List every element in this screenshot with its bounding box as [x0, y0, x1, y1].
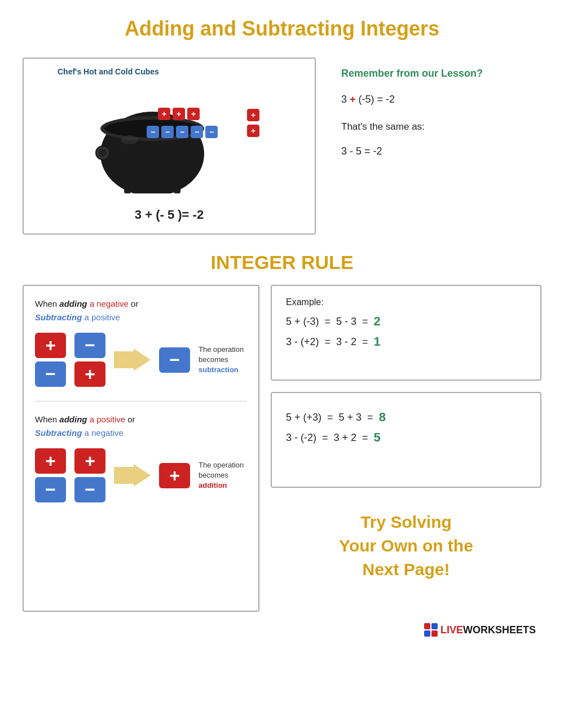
lesson-same-as: That's the same as: — [341, 117, 533, 136]
extra-hot-2: + — [247, 125, 259, 137]
example-label: Example: — [286, 297, 526, 307]
try-line1: Try Solving — [282, 510, 530, 534]
example1-eq1: 5 + (-3) = 5 - 3 = 2 — [286, 314, 526, 329]
cauldron-box: Chef's Hot and Cold Cubes + — [23, 58, 316, 235]
rule1-subtracting: Subtracting — [35, 312, 82, 322]
rule2-diagram: + − + − + The ope — [35, 448, 247, 502]
footer: LIVEWORKSHEETS — [23, 623, 541, 637]
rule1-plus-sign: + — [35, 333, 66, 358]
lw-block-blue2 — [424, 630, 430, 637]
lw-block-red2 — [431, 630, 438, 637]
lesson-plus: + — [350, 94, 356, 105]
rule1-signs-left: + − — [35, 333, 66, 387]
rule-right-panel: Example: 5 + (-3) = 5 - 3 = 2 3 - (+2) =… — [271, 285, 541, 612]
cauldron-svg — [90, 86, 214, 193]
rule2-adding: adding — [59, 414, 87, 424]
rule1-diagram-row1: + − − + − The ope — [35, 333, 247, 387]
ex1-eq2-result: 1 — [374, 334, 381, 349]
example1-eq2: 3 - (+2) = 3 - 2 = 1 — [286, 334, 526, 349]
rule1-result-sign: − — [159, 347, 190, 373]
lw-logo-text: LIVEWORKSHEETS — [440, 624, 536, 636]
rule1-adding: adding — [59, 299, 87, 308]
rule2-positive: a positive — [90, 414, 125, 424]
ex1-eq1-left: 5 + (-3) — [286, 316, 319, 328]
ex1-eq1-mid: 5 - 3 — [336, 316, 356, 328]
ex2-eq1-result: 8 — [379, 410, 386, 425]
rule2-signs-left: + − — [35, 448, 66, 502]
ex2-eq2-result: 5 — [374, 430, 381, 445]
ex2-eq1-mid: 5 + 3 — [339, 412, 362, 423]
ex2-eq2-left: 3 - (-2) — [286, 432, 316, 444]
rule2-plus2: + — [74, 448, 105, 474]
rule1-plus-sign2: + — [74, 361, 105, 387]
example2-eq2: 3 - (-2) = 3 + 2 = 5 — [286, 430, 526, 445]
lw-block-red1 — [424, 623, 430, 629]
rule1-arrow — [114, 348, 151, 371]
lw-logo-highlight: LIVE — [440, 624, 463, 636]
svg-point-7 — [121, 135, 138, 144]
rule2-arrow — [114, 464, 151, 487]
cold-cube-4: − — [191, 126, 203, 138]
rule1-minus-sign: − — [35, 361, 66, 387]
cauldron-label: Chef's Hot and Cold Cubes — [58, 67, 159, 76]
rule1-positive: a positive — [85, 312, 120, 322]
lw-block-blue1 — [431, 623, 438, 629]
rule2-plus1: + — [35, 448, 66, 474]
lesson-sub: - — [350, 145, 353, 157]
try-line2: Your Own on the — [282, 534, 530, 558]
rule1-minus-sign2: − — [74, 333, 105, 358]
try-solving-box: Try Solving Your Own on the Next Page! — [271, 499, 541, 593]
lesson-box: Remember from our Lesson? 3 + (-5) = -2 … — [333, 58, 541, 167]
hot-cube-2: + — [173, 108, 185, 120]
example2-eq1: 5 + (+3) = 5 + 3 = 8 — [286, 410, 526, 425]
hot-cube-1: + — [158, 108, 170, 120]
extra-hot-1: + — [247, 109, 259, 121]
rule1-subsection: When adding a negative or Subtracting a … — [35, 297, 247, 387]
rule2-subtracting: Subtracting — [35, 428, 82, 438]
lesson-eq2: 3 - 5 = -2 — [341, 141, 533, 161]
integer-rule-title: INTEGER RULE — [23, 252, 541, 273]
ex1-eq1-result: 2 — [374, 314, 381, 329]
rule2-negative: a negative — [85, 428, 124, 438]
rule-left-panel: When adding a negative or Subtracting a … — [23, 285, 259, 612]
page-title: Adding and Subtracting Integers — [23, 17, 541, 41]
rule1-signs-right: − + — [74, 333, 105, 387]
cold-cube-1: − — [147, 126, 159, 138]
cold-cube-2: − — [161, 126, 174, 138]
rule-divider — [35, 401, 247, 401]
top-section: Chef's Hot and Cold Cubes + — [23, 58, 541, 235]
lesson-title: Remember from our Lesson? — [341, 63, 533, 83]
rule2-signs-right: + − — [74, 448, 105, 502]
try-line3: Next Page! — [282, 558, 530, 581]
rule1-subtitle: When adding a negative or Subtracting a … — [35, 297, 247, 324]
rule2-minus1: − — [35, 477, 66, 502]
rule2-op-label: The operation becomes addition — [199, 460, 244, 491]
ex2-eq2-mid: 3 + 2 — [334, 432, 357, 444]
svg-point-6 — [99, 149, 107, 157]
lesson-eq1: 3 + (-5) = -2 — [341, 89, 533, 109]
example-box-2: 5 + (+3) = 5 + 3 = 8 3 - (-2) = 3 + 2 = … — [271, 392, 541, 488]
cold-cube-3: − — [176, 126, 188, 138]
ex1-eq2-mid: 3 - 2 — [336, 336, 356, 348]
rule-section: When adding a negative or Subtracting a … — [23, 285, 541, 612]
hot-cube-3: + — [187, 108, 200, 120]
cauldron-equation: 3 + (- 5 )= -2 — [135, 208, 204, 222]
rule2-subtitle: When adding a positive or Subtracting a … — [35, 413, 247, 440]
ex2-eq1-left: 5 + (+3) — [286, 412, 321, 423]
rule2-result-sign: + — [159, 463, 190, 488]
ex1-eq2-left: 3 - (+2) — [286, 336, 319, 348]
lw-blocks-icon — [424, 623, 438, 637]
rule2-minus2: − — [74, 477, 105, 502]
rule1-op-label: The operation becomes subtraction — [199, 345, 244, 376]
rule1-negative: a negative — [90, 299, 129, 308]
rule2-subsection: When adding a positive or Subtracting a … — [35, 413, 247, 502]
cold-cube-5: − — [205, 126, 218, 138]
liveworksheets-logo: LIVEWORKSHEETS — [424, 623, 536, 637]
example-box-1: Example: 5 + (-3) = 5 - 3 = 2 3 - (+2) =… — [271, 285, 541, 381]
